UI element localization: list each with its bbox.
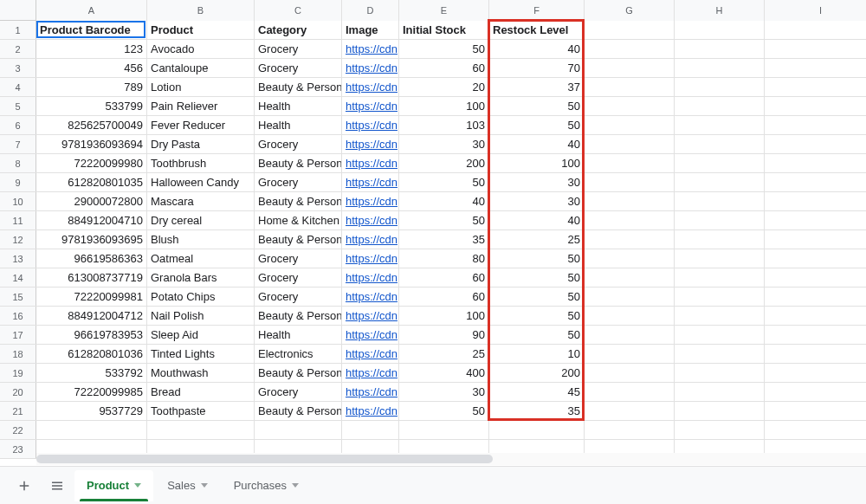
column-header-C[interactable]: C [255,0,342,21]
image-link[interactable]: https://cdn [346,347,397,360]
cell-restock-level[interactable]: 50 [489,307,585,326]
column-header-E[interactable]: E [399,0,489,21]
cell-empty[interactable] [675,40,765,59]
cell-empty[interactable] [675,268,765,288]
cell-initial-stock[interactable]: 80 [399,249,489,268]
cell-restock-level[interactable]: 30 [489,173,585,192]
cell-category[interactable]: Health [255,97,342,116]
cell-product[interactable]: Mascara [147,192,255,211]
row-number[interactable]: 18 [0,345,36,363]
cell-product[interactable]: Blush [147,230,255,249]
cell-barcode[interactable]: 96619586363 [36,249,147,268]
row-number[interactable]: 14 [0,268,36,287]
cell-empty[interactable] [765,383,866,402]
cell-image[interactable]: https://cdn [342,364,399,383]
cell-empty[interactable] [585,249,675,268]
cell-empty[interactable] [675,230,765,249]
image-link[interactable]: https://cdn [346,271,397,284]
row-number[interactable]: 10 [0,192,36,210]
cell-empty[interactable] [765,288,866,307]
cell-image[interactable]: https://cdn [342,268,399,288]
cell-empty[interactable] [675,402,765,421]
row-number[interactable]: 22 [0,421,36,439]
cell-initial-stock[interactable]: 30 [399,135,489,154]
cell-category[interactable]: Grocery [255,40,342,59]
cell-image[interactable]: https://cdn [342,345,399,364]
column-header-G[interactable]: G [585,0,675,21]
cell-product[interactable]: Dry Pasta [147,135,255,154]
cell-image[interactable]: https://cdn [342,326,399,345]
cell-empty[interactable] [147,421,255,440]
cell-empty[interactable] [585,230,675,249]
cell-category[interactable]: Electronics [255,345,342,364]
cell-initial-stock[interactable]: 50 [399,173,489,192]
cell-initial-stock[interactable]: 35 [399,230,489,249]
cell-category[interactable]: Grocery [255,173,342,192]
cell-empty[interactable] [585,364,675,383]
cell-empty[interactable] [585,345,675,364]
cell-restock-level[interactable]: 45 [489,383,585,402]
cell-empty[interactable] [765,173,866,192]
cell-image[interactable]: https://cdn [342,249,399,268]
cell-initial-stock[interactable]: 60 [399,268,489,288]
cell-empty[interactable] [585,97,675,116]
row-number[interactable]: 11 [0,211,36,229]
image-link[interactable]: https://cdn [346,252,397,265]
cell-barcode[interactable]: 825625700049 [36,116,147,135]
cell-restock-level[interactable]: 40 [489,211,585,230]
cell-category[interactable]: Grocery [255,59,342,78]
cell-product[interactable]: Tinted Lights [147,345,255,364]
cell-empty[interactable] [585,116,675,135]
cell-initial-stock[interactable]: 60 [399,59,489,78]
row-number[interactable]: 9 [0,173,36,191]
image-link[interactable]: https://cdn [346,81,397,94]
cell-empty[interactable] [765,307,866,326]
cell-restock-level[interactable]: 40 [489,40,585,59]
cell-initial-stock[interactable]: 30 [399,383,489,402]
cell-empty[interactable] [255,421,342,440]
cell-category[interactable]: Grocery [255,135,342,154]
cell-empty[interactable] [585,154,675,173]
cell-restock-level[interactable]: 50 [489,288,585,307]
cell-empty[interactable] [489,421,585,440]
header-cell-D[interactable]: Image [342,21,399,40]
cell-restock-level[interactable]: 25 [489,230,585,249]
cell-category[interactable]: Grocery [255,249,342,268]
header-cell-H[interactable] [675,21,765,40]
column-header-F[interactable]: F [489,0,585,21]
all-sheets-button[interactable] [42,470,73,501]
cell-empty[interactable] [675,307,765,326]
cell-barcode[interactable]: 456 [36,59,147,78]
row-number[interactable]: 21 [0,402,36,420]
cell-image[interactable]: https://cdn [342,230,399,249]
image-link[interactable]: https://cdn [346,195,397,208]
cell-empty[interactable] [765,402,866,421]
row-number[interactable]: 19 [0,364,36,382]
cell-restock-level[interactable]: 50 [489,326,585,345]
cell-empty[interactable] [585,135,675,154]
header-cell-A[interactable]: Product Barcode [36,21,147,40]
cell-empty[interactable] [675,345,765,364]
cell-empty[interactable] [765,192,866,211]
cell-empty[interactable] [765,345,866,364]
image-link[interactable]: https://cdn [346,119,397,132]
cell-product[interactable]: Sleep Aid [147,326,255,345]
cell-initial-stock[interactable]: 50 [399,402,489,421]
cell-product[interactable]: Bread [147,383,255,402]
cell-barcode[interactable]: 72220099980 [36,154,147,173]
cell-empty[interactable] [675,135,765,154]
scrollbar-thumb[interactable] [36,455,493,463]
cell-restock-level[interactable]: 200 [489,364,585,383]
cell-initial-stock[interactable]: 60 [399,288,489,307]
image-link[interactable]: https://cdn [346,328,397,341]
cell-product[interactable]: Pain Reliever [147,97,255,116]
header-cell-I[interactable] [765,21,866,40]
cell-category[interactable]: Beauty & Personal [255,307,342,326]
cell-empty[interactable] [765,59,866,78]
cell-restock-level[interactable]: 37 [489,78,585,97]
cell-initial-stock[interactable]: 100 [399,307,489,326]
cell-product[interactable]: Oatmeal [147,249,255,268]
image-link[interactable]: https://cdn [346,385,397,398]
cell-empty[interactable] [675,288,765,307]
image-link[interactable]: https://cdn [346,61,397,74]
